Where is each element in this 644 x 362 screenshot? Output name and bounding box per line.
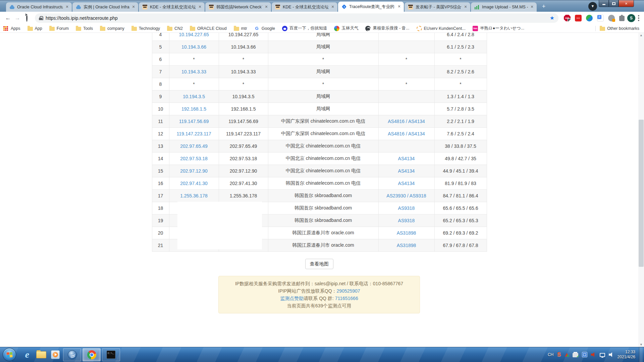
browser-tab[interactable]: KDE - 全球主机交流论坛 - P× — [272, 2, 337, 12]
scrollbar-thumb[interactable] — [639, 120, 644, 267]
browser-tab[interactable]: 实例 | Oracle Cloud Infrastru× — [72, 2, 138, 12]
as-link[interactable]: AS4816 / AS4134 — [388, 119, 425, 124]
proxy-switcher-icon[interactable] — [608, 15, 615, 21]
as-link[interactable]: AS4134 — [398, 181, 415, 186]
tab-close-icon[interactable]: × — [529, 4, 535, 10]
network-icon[interactable] — [600, 353, 605, 357]
tab-close-icon[interactable]: × — [264, 4, 269, 10]
ime-icon[interactable] — [582, 352, 587, 357]
tray-app-icon[interactable] — [565, 353, 569, 357]
address-bar[interactable]: https://tools.ipip.net/traceroute.php ★ — [35, 13, 558, 23]
language-indicator[interactable]: CH — [548, 352, 553, 357]
translate-icon[interactable] — [597, 15, 604, 21]
view-map-button[interactable]: 查看地图 — [305, 259, 333, 269]
bookmark-item[interactable]: Apps — [3, 26, 20, 31]
tab-close-icon[interactable]: × — [64, 4, 70, 10]
ip-link[interactable]: 10.194.3.5 — [183, 94, 205, 99]
bookmark-item[interactable]: 百度一下，你就知道 — [282, 25, 327, 31]
browser-tab[interactable]: TraceRoute查询_专业的 IP× — [338, 2, 404, 12]
winbox-taskbar-button[interactable] — [63, 348, 81, 361]
printer-icon[interactable] — [573, 353, 578, 357]
bookmark-item[interactable]: 玉林天气 — [334, 25, 358, 31]
as-link[interactable]: AS31898 — [397, 230, 416, 236]
as-link[interactable]: AS4816 / AS4134 — [388, 131, 425, 136]
page-scrollbar[interactable]: ▲ ▼ — [638, 33, 644, 347]
browser-tab[interactable]: Image Upload - SM.MS - Si× — [471, 2, 537, 12]
internet-explorer-button[interactable]: e — [20, 348, 34, 361]
as-link[interactable]: AS31898 — [397, 243, 416, 248]
ip-link[interactable]: 10.194.3.66 — [181, 44, 206, 50]
bookmark-item[interactable]: mtr — [234, 26, 247, 31]
reload-button[interactable] — [22, 13, 32, 23]
ads-qq-link[interactable]: 290525907 — [337, 288, 360, 294]
tab-close-icon[interactable]: × — [131, 4, 136, 10]
as-link[interactable]: AS9318 — [398, 205, 415, 211]
ip-link[interactable]: 202.97.12.90 — [180, 168, 208, 174]
url-text[interactable]: https://tools.ipip.net/traceroute.php — [46, 15, 118, 21]
bookmark-item[interactable]: company — [100, 26, 124, 31]
ip-link[interactable]: 119.147.223.117 — [176, 131, 211, 136]
maximize-button[interactable] — [609, 0, 619, 7]
sogou-input-icon[interactable]: S — [557, 351, 561, 358]
sponsor-qq-link[interactable]: 711651666 — [335, 296, 358, 301]
profile-avatar[interactable]: S — [627, 14, 635, 22]
as-link[interactable]: AS9318 — [398, 218, 415, 223]
bookmark-star-icon[interactable]: ★ — [550, 15, 554, 21]
bookmark-label: mtr — [241, 26, 247, 31]
ip-link[interactable]: 192.168.1.5 — [181, 106, 206, 112]
browser-menu-button[interactable] — [638, 15, 639, 21]
ip-link[interactable]: 1.255.36.178 — [180, 193, 208, 198]
forward-button[interactable]: → — [13, 13, 22, 23]
bookmark-item[interactable]: App — [28, 26, 42, 31]
browser-tab[interactable]: 发表帖子 - 美国VPS综合讨× — [405, 2, 470, 12]
red-dots-icon[interactable] — [575, 15, 582, 21]
bookmark-item[interactable]: GGoogle — [254, 26, 275, 31]
bookmark-item[interactable]: TMA半熟ロ●ータわいせつ... — [473, 25, 524, 31]
ip-link[interactable]: 119.147.56.69 — [179, 119, 209, 124]
bookmark-item[interactable]: EUserv KundenCent... — [417, 26, 466, 31]
file-explorer-button[interactable] — [34, 348, 48, 361]
scrollbar-up-arrow[interactable]: ▲ — [638, 33, 644, 38]
idm-globe-icon[interactable] — [586, 15, 593, 21]
new-tab-button[interactable]: + — [539, 2, 548, 11]
adblock-plus-icon[interactable]: ABP — [564, 15, 571, 21]
media-controls-button[interactable]: ▼ — [588, 2, 597, 11]
ip-link[interactable]: 10.194.227.65 — [179, 33, 209, 37]
bookmark-item[interactable]: Technology — [131, 26, 160, 31]
sponsor-link[interactable]: 监测点赞助 — [280, 296, 304, 301]
tray-clock[interactable]: 12:33 2021/4/26 — [618, 350, 635, 360]
table-row: 16202.97.41.30202.97.41.30韩国首尔 chinatele… — [152, 177, 487, 190]
ip-link[interactable]: 10.194.3.33 — [181, 69, 206, 74]
scrollbar-down-arrow[interactable]: ▼ — [638, 342, 644, 347]
browser-tab[interactable]: 韩国也搞Network Check了 -× — [205, 2, 271, 12]
ip-link[interactable]: 202.97.41.30 — [180, 181, 208, 186]
cmd-taskbar-button[interactable]: C:\_ — [102, 348, 120, 361]
back-button[interactable]: ← — [3, 13, 13, 23]
ip-link[interactable]: 202.97.65.49 — [180, 143, 208, 149]
as-link[interactable]: AS4134 — [398, 168, 415, 174]
start-button[interactable] — [3, 348, 16, 361]
red-volume-icon[interactable] — [591, 352, 596, 357]
puzzle-icon[interactable] — [619, 16, 625, 21]
bookmark-item[interactable]: Tools — [76, 26, 93, 31]
tab-close-icon[interactable]: × — [197, 4, 203, 10]
as-link[interactable]: AS4134 — [398, 156, 415, 161]
tab-close-icon[interactable]: × — [396, 4, 402, 9]
bookmark-item[interactable]: CN2 — [167, 26, 183, 31]
tab-close-icon[interactable]: × — [463, 4, 468, 10]
browser-tab[interactable]: KDE - 全球主机交流论坛 - P× — [139, 2, 205, 12]
chrome-taskbar-button[interactable] — [83, 348, 101, 361]
media-player-button[interactable] — [48, 348, 62, 361]
bookmark-item[interactable]: 果核音乐搜搜 - 音... — [365, 25, 409, 31]
browser-tab[interactable]: Oracle Cloud Infrastructure× — [6, 2, 72, 12]
bookmark-item[interactable]: ORACLE Cloud — [190, 26, 227, 31]
as-link[interactable]: AS23930 / AS9318 — [386, 193, 426, 198]
tab-close-icon[interactable]: × — [330, 4, 335, 10]
minimize-button[interactable] — [599, 0, 609, 7]
ip-link[interactable]: 202.97.53.18 — [180, 156, 208, 161]
close-button[interactable]: × — [619, 0, 634, 7]
volume-icon[interactable] — [609, 352, 614, 357]
show-desktop-button[interactable] — [639, 347, 643, 362]
bookmark-item[interactable]: Forum — [49, 26, 69, 31]
other-bookmarks-button[interactable]: Other bookmarks — [600, 26, 639, 31]
